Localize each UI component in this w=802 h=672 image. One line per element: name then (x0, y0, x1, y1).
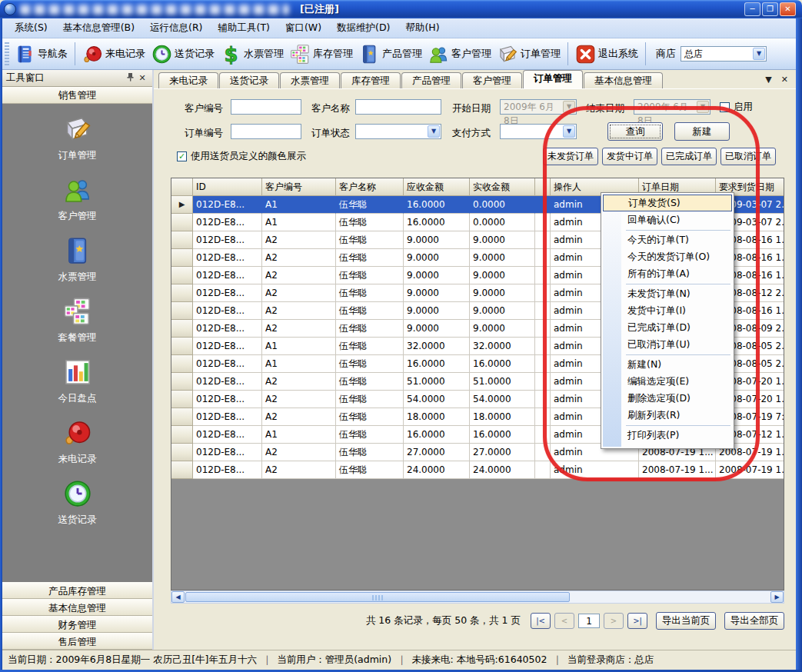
customer-no-input[interactable] (231, 99, 301, 115)
column-header-4[interactable]: 实收金额 (470, 178, 535, 196)
new-button[interactable]: 新建 (674, 122, 730, 141)
table-row[interactable]: 012D-E8...A2伍华聪24.000024.0000admin2008-0… (171, 461, 784, 479)
context-menu-item-4[interactable]: 今天的发货订单(O) (603, 248, 732, 265)
row-selector-cell[interactable] (171, 426, 193, 444)
sidebar-section-1[interactable]: 基本信息管理 (2, 599, 152, 616)
column-header-5[interactable] (535, 178, 551, 196)
close-button[interactable]: ✕ (780, 2, 796, 16)
row-selector-cell[interactable]: ▶ (171, 196, 193, 214)
end-date-picker[interactable]: 2009年 6月 8日 ▼ (634, 99, 710, 115)
start-date-picker[interactable]: 2009年 6月 8日 ▼ (500, 99, 577, 115)
order-no-input[interactable] (231, 124, 301, 139)
row-selector-cell[interactable] (171, 355, 193, 373)
scroll-left-arrow[interactable]: ◀ (171, 591, 185, 603)
context-menu-item-1[interactable]: 回单确认(C) (603, 211, 732, 228)
last-page-button[interactable]: >| (627, 613, 647, 629)
status-button-0[interactable]: 未发货订单 (543, 148, 598, 165)
tab-6[interactable]: 订单管理 (523, 70, 583, 88)
menu-item-4[interactable]: 窗口(W) (278, 18, 329, 38)
context-menu-item-15[interactable]: 刷新列表(R) (603, 407, 732, 424)
sidebar-section-2[interactable]: 财务管理 (2, 616, 152, 633)
row-selector-cell[interactable] (171, 338, 193, 355)
column-header-1[interactable]: 客户编号 (262, 178, 336, 196)
tab-5[interactable]: 客户管理 (462, 72, 522, 88)
pin-icon[interactable] (124, 72, 136, 85)
chevron-down-icon[interactable]: ▼ (563, 125, 575, 138)
tab-dropdown-icon[interactable]: ▼ (765, 75, 771, 85)
row-selector-cell[interactable] (171, 267, 193, 284)
menu-item-0[interactable]: 系统(S) (7, 18, 55, 38)
context-menu-item-5[interactable]: 所有的订单(A) (603, 265, 732, 282)
toolbar-button-call-records[interactable]: 来电记录 (79, 42, 148, 66)
menu-item-5[interactable]: 数据维护(D) (329, 18, 398, 38)
shop-combobox[interactable]: 总店 ▼ (681, 46, 767, 62)
menu-item-2[interactable]: 运行信息(R) (142, 18, 210, 38)
chevron-down-icon[interactable]: ▼ (753, 48, 765, 60)
context-menu-item-13[interactable]: 编辑选定项(E) (603, 373, 732, 390)
row-selector-cell[interactable] (171, 302, 193, 320)
status-button-2[interactable]: 已完成订单 (661, 148, 717, 165)
restore-button[interactable]: ❐ (762, 2, 778, 16)
close-icon[interactable]: ✕ (136, 72, 148, 85)
row-selector-cell[interactable] (171, 249, 193, 267)
row-selector-cell[interactable] (171, 444, 193, 461)
toolbar-button-navbar[interactable]: 导航条 (12, 42, 71, 66)
menu-item-6[interactable]: 帮助(H) (398, 18, 447, 38)
context-menu-item-9[interactable]: 已完成订单(D) (603, 319, 732, 336)
column-header-3[interactable]: 应收金额 (404, 178, 470, 196)
customer-name-input[interactable] (355, 99, 441, 115)
menu-item-3[interactable]: 辅助工具(T) (211, 18, 278, 38)
sidebar-item-call-records[interactable]: 来电记录 (58, 418, 97, 466)
row-selector-cell[interactable] (171, 373, 193, 391)
sidebar-section-3[interactable]: 售后管理 (2, 633, 152, 650)
row-selector-cell[interactable] (171, 320, 193, 338)
row-selector-cell[interactable] (171, 408, 193, 426)
next-page-button[interactable]: > (604, 613, 624, 629)
column-header-0[interactable]: ID (193, 178, 262, 196)
sidebar-item-order[interactable]: 订单管理 (58, 115, 97, 162)
pay-method-combobox[interactable]: ▼ (500, 124, 577, 139)
sidebar-item-today-stock[interactable]: 今日盘点 (58, 358, 97, 405)
row-selector-cell[interactable] (171, 461, 193, 479)
status-button-3[interactable]: 已取消订单 (720, 148, 776, 165)
row-selector-cell[interactable] (171, 231, 193, 249)
order-status-combobox[interactable]: ▼ (355, 124, 441, 139)
first-page-button[interactable]: |< (531, 613, 551, 629)
minimize-button[interactable]: ─ (744, 2, 760, 16)
context-menu-item-7[interactable]: 未发货订单(N) (603, 285, 732, 302)
row-selector-cell[interactable] (171, 284, 193, 302)
column-header-2[interactable]: 客户名称 (336, 178, 404, 196)
chevron-down-icon[interactable]: ▼ (428, 125, 440, 138)
context-menu-item-14[interactable]: 删除选定项(D) (603, 390, 732, 407)
sidebar-section-0[interactable]: 产品库存管理 (2, 582, 152, 599)
context-menu-item-12[interactable]: 新建(N) (603, 356, 732, 373)
scroll-right-arrow[interactable]: ▶ (770, 591, 784, 603)
sidebar-item-customer[interactable]: 客户管理 (58, 175, 97, 223)
toolbar-button-order[interactable]: 订单管理 (494, 42, 564, 66)
color-checkbox[interactable]: ✓ (177, 151, 187, 161)
context-menu-item-0[interactable]: 订单发货(S) (603, 195, 732, 211)
toolbar-button-inventory[interactable]: 库存管理 (287, 42, 356, 66)
enable-checkbox[interactable] (720, 102, 730, 112)
toolbar-button-delivery-records[interactable]: 送货记录 (148, 42, 218, 66)
tab-close-icon[interactable]: ✕ (781, 75, 788, 85)
context-menu-item-8[interactable]: 发货中订单(I) (603, 302, 732, 319)
context-menu-item-10[interactable]: 已取消订单(U) (603, 336, 732, 353)
toolbar-button-product[interactable]: 产品管理 (356, 42, 425, 66)
toolbar-button-exit-system[interactable]: 退出系统 (572, 42, 641, 66)
tab-7[interactable]: 基本信息管理 (584, 72, 663, 88)
toolbar-grip[interactable] (5, 42, 9, 65)
query-button[interactable]: 查询 (607, 122, 663, 141)
export-current-page-button[interactable]: 导出当前页 (656, 612, 716, 630)
scrollbar-thumb[interactable] (185, 592, 570, 602)
tab-1[interactable]: 送货记录 (219, 72, 279, 88)
tab-2[interactable]: 水票管理 (280, 72, 340, 88)
sidebar-section-sales[interactable]: 销售管理 (2, 87, 152, 104)
sidebar-item-package[interactable]: 套餐管理 (58, 297, 97, 344)
row-selector-cell[interactable] (171, 214, 193, 231)
context-menu-item-3[interactable]: 今天的订单(T) (603, 231, 732, 248)
toolbar-button-customer[interactable]: 客户管理 (425, 42, 494, 66)
toolbar-button-water-ticket[interactable]: $水票管理 (218, 42, 287, 66)
status-button-1[interactable]: 发货中订单 (602, 148, 657, 165)
page-number-input[interactable]: 1 (578, 614, 600, 628)
